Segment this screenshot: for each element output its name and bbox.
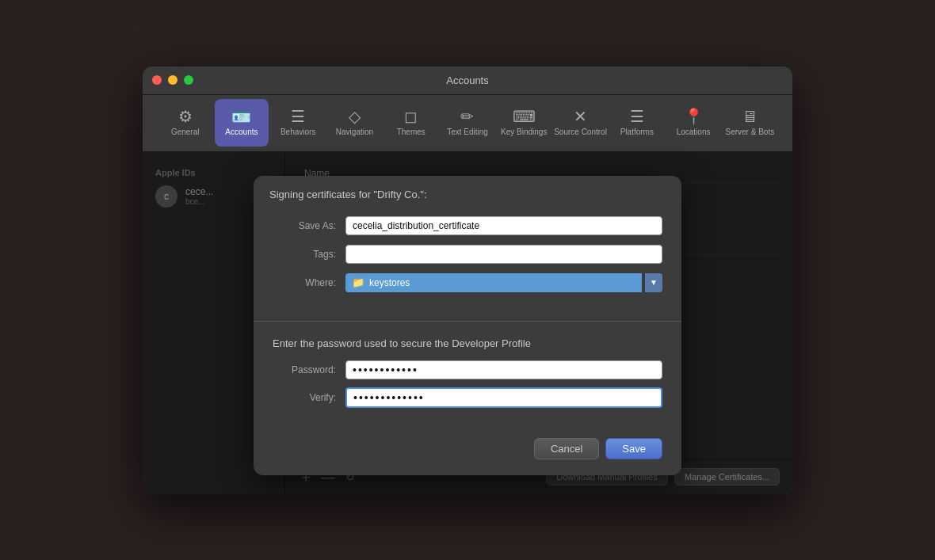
where-dropdown-button[interactable]: ▼ xyxy=(645,273,662,292)
where-folder-display[interactable]: 📁 keystores xyxy=(345,273,642,292)
toolbar-item-navigation[interactable]: ◇ Navigation xyxy=(328,99,381,147)
toolbar-item-text-editing[interactable]: ✏ Text Editing xyxy=(441,99,494,147)
close-button[interactable] xyxy=(152,75,162,85)
save-button[interactable]: Save xyxy=(605,438,662,459)
toolbar-label-locations: Locations xyxy=(677,128,711,137)
folder-emoji-icon: 📁 xyxy=(352,276,364,288)
divider xyxy=(254,321,681,322)
toolbar-label-themes: Themes xyxy=(397,128,426,137)
main-window: Accounts ⚙ General 🪪 Accounts ☰ Behavior… xyxy=(143,67,792,494)
verify-input[interactable] xyxy=(345,387,662,408)
window-title: Accounts xyxy=(446,74,488,86)
content-area: Apple IDs c cece... bce... Name 📁 ... xyxy=(143,152,792,494)
source-control-icon: ✕ xyxy=(574,109,587,124)
toolbar-label-text-editing: Text Editing xyxy=(447,128,488,137)
toolbar-item-themes[interactable]: ◻ Themes xyxy=(384,99,437,147)
locations-icon: 📍 xyxy=(684,109,704,124)
toolbar: ⚙ General 🪪 Accounts ☰ Behaviors ◇ Navig… xyxy=(143,95,792,152)
toolbar-label-accounts: Accounts xyxy=(225,128,258,137)
verify-label: Verify: xyxy=(273,392,336,403)
key-bindings-icon: ⌨ xyxy=(513,109,536,124)
toolbar-item-source-control[interactable]: ✕ Source Control xyxy=(554,99,607,147)
modal-buttons: Cancel Save xyxy=(254,432,681,475)
behaviors-icon: ☰ xyxy=(291,109,305,124)
tags-input[interactable] xyxy=(345,245,662,264)
minimize-button[interactable] xyxy=(168,75,177,85)
cancel-button[interactable]: Cancel xyxy=(534,438,599,459)
password-section: Enter the password used to secure the De… xyxy=(254,328,681,432)
modal-signing-title: Signing certificates for "Drifty Co.": xyxy=(254,176,681,200)
password-row: Password: xyxy=(273,360,662,379)
maximize-button[interactable] xyxy=(184,75,193,85)
toolbar-item-general[interactable]: ⚙ General xyxy=(158,99,212,147)
save-as-input[interactable] xyxy=(345,216,662,235)
toolbar-label-navigation: Navigation xyxy=(336,128,373,137)
toolbar-item-key-bindings[interactable]: ⌨ Key Bindings xyxy=(498,99,551,147)
themes-icon: ◻ xyxy=(404,109,418,124)
save-as-row: Save As: xyxy=(273,216,662,235)
where-row: Where: 📁 keystores ▼ xyxy=(273,273,662,292)
toolbar-label-behaviors: Behaviors xyxy=(280,128,315,137)
toolbar-label-platforms: Platforms xyxy=(620,128,654,137)
where-folder-name: keystores xyxy=(369,277,410,288)
platforms-icon: ☰ xyxy=(630,109,644,124)
toolbar-label-key-bindings: Key Bindings xyxy=(501,128,547,137)
save-as-label: Save As: xyxy=(273,220,336,231)
accounts-icon: 🪪 xyxy=(231,109,251,124)
tags-label: Tags: xyxy=(273,249,336,260)
save-dialog: Save As: Tags: Where: 📁 keystores ▼ xyxy=(254,200,681,314)
toolbar-item-locations[interactable]: 📍 Locations xyxy=(666,99,719,147)
traffic-lights xyxy=(152,75,193,85)
toolbar-item-behaviors[interactable]: ☰ Behaviors xyxy=(272,99,325,147)
navigation-icon: ◇ xyxy=(349,109,361,124)
password-input[interactable] xyxy=(345,360,662,379)
where-selector[interactable]: 📁 keystores ▼ xyxy=(345,273,662,292)
toolbar-item-platforms[interactable]: ☰ Platforms xyxy=(610,99,663,147)
server-bots-icon: 🖥 xyxy=(742,109,758,124)
toolbar-label-server-bots: Server & Bots xyxy=(725,128,774,137)
toolbar-label-general: General xyxy=(171,128,200,137)
gear-icon: ⚙ xyxy=(178,109,193,124)
cert-signing-modal: Signing certificates for "Drifty Co.": S… xyxy=(254,176,681,475)
password-description: Enter the password used to secure the De… xyxy=(273,337,662,349)
text-editing-icon: ✏ xyxy=(460,109,474,124)
tags-row: Tags: xyxy=(273,245,662,264)
password-label: Password: xyxy=(273,364,336,375)
toolbar-label-source-control: Source Control xyxy=(554,128,607,137)
titlebar: Accounts xyxy=(143,67,792,95)
toolbar-item-server-bots[interactable]: 🖥 Server & Bots xyxy=(723,99,777,147)
where-label: Where: xyxy=(273,277,336,288)
toolbar-item-accounts[interactable]: 🪪 Accounts xyxy=(215,99,268,147)
verify-row: Verify: xyxy=(273,387,662,408)
